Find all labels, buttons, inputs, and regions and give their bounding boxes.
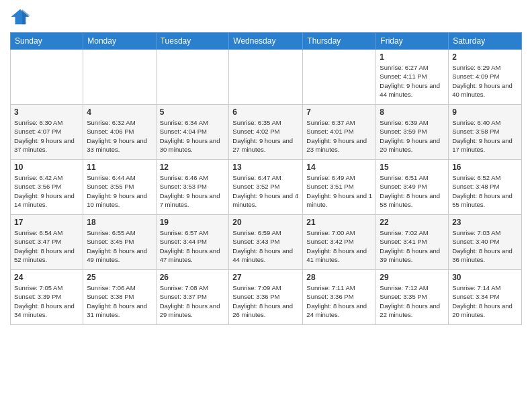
day-number: 23: [452, 218, 518, 227]
day-info: Sunrise: 6:57 AM Sunset: 3:44 PM Dayligh…: [160, 228, 226, 264]
calendar-header-row: SundayMondayTuesdayWednesdayThursdayFrid…: [11, 33, 522, 50]
day-number: 20: [232, 218, 299, 227]
day-number: 21: [306, 218, 372, 227]
day-info: Sunrise: 7:14 AM Sunset: 3:34 PM Dayligh…: [452, 283, 518, 319]
calendar-cell: 8Sunrise: 6:39 AM Sunset: 3:59 PM Daylig…: [376, 105, 449, 160]
day-info: Sunrise: 6:34 AM Sunset: 4:04 PM Dayligh…: [160, 118, 226, 154]
col-header-thursday: Thursday: [303, 33, 376, 50]
day-info: Sunrise: 7:05 AM Sunset: 3:39 PM Dayligh…: [14, 283, 79, 319]
day-number: 14: [306, 163, 372, 172]
day-number: 25: [87, 273, 152, 282]
day-info: Sunrise: 6:55 AM Sunset: 3:45 PM Dayligh…: [87, 228, 152, 264]
day-info: Sunrise: 7:08 AM Sunset: 3:37 PM Dayligh…: [160, 283, 226, 319]
calendar-cell: 30Sunrise: 7:14 AM Sunset: 3:34 PM Dayli…: [449, 270, 522, 325]
day-number: 5: [160, 107, 226, 117]
page: SundayMondayTuesdayWednesdayThursdayFrid…: [0, 0, 532, 411]
calendar-cell: 10Sunrise: 6:42 AM Sunset: 3:56 PM Dayli…: [11, 160, 83, 215]
day-info: Sunrise: 6:27 AM Sunset: 4:11 PM Dayligh…: [380, 63, 445, 99]
day-info: Sunrise: 6:37 AM Sunset: 4:01 PM Dayligh…: [306, 118, 372, 154]
calendar-week-5: 24Sunrise: 7:05 AM Sunset: 3:39 PM Dayli…: [11, 270, 522, 325]
day-info: Sunrise: 6:39 AM Sunset: 3:59 PM Dayligh…: [380, 118, 445, 154]
calendar-cell: [11, 50, 83, 105]
calendar-cell: [83, 50, 156, 105]
day-number: 8: [380, 107, 445, 117]
day-info: Sunrise: 6:42 AM Sunset: 3:56 PM Dayligh…: [14, 173, 79, 209]
logo-icon: [10, 7, 30, 27]
day-info: Sunrise: 6:54 AM Sunset: 3:47 PM Dayligh…: [14, 228, 79, 264]
calendar-cell: [229, 50, 303, 105]
day-number: 22: [380, 218, 445, 227]
calendar-cell: [156, 50, 229, 105]
calendar-week-3: 10Sunrise: 6:42 AM Sunset: 3:56 PM Dayli…: [11, 160, 522, 215]
day-info: Sunrise: 6:47 AM Sunset: 3:52 PM Dayligh…: [232, 173, 299, 209]
day-number: 24: [14, 273, 79, 282]
day-info: Sunrise: 7:11 AM Sunset: 3:36 PM Dayligh…: [306, 283, 372, 319]
calendar-cell: 4Sunrise: 6:32 AM Sunset: 4:06 PM Daylig…: [83, 105, 156, 160]
day-number: 26: [160, 273, 226, 282]
col-header-wednesday: Wednesday: [229, 33, 303, 50]
day-number: 3: [14, 107, 79, 117]
day-number: 12: [160, 163, 226, 172]
logo: [10, 7, 33, 27]
calendar-cell: [303, 50, 376, 105]
calendar-cell: 28Sunrise: 7:11 AM Sunset: 3:36 PM Dayli…: [303, 270, 376, 325]
calendar-cell: 26Sunrise: 7:08 AM Sunset: 3:37 PM Dayli…: [156, 270, 229, 325]
day-number: 13: [232, 163, 299, 172]
day-number: 6: [232, 107, 299, 117]
day-info: Sunrise: 7:09 AM Sunset: 3:36 PM Dayligh…: [232, 283, 299, 319]
day-info: Sunrise: 7:02 AM Sunset: 3:41 PM Dayligh…: [380, 228, 445, 264]
calendar-cell: 23Sunrise: 7:03 AM Sunset: 3:40 PM Dayli…: [449, 215, 522, 270]
day-info: Sunrise: 7:12 AM Sunset: 3:35 PM Dayligh…: [380, 283, 445, 319]
day-number: 10: [14, 163, 79, 172]
day-number: 16: [452, 163, 518, 172]
day-info: Sunrise: 6:30 AM Sunset: 4:07 PM Dayligh…: [14, 118, 79, 154]
day-number: 7: [306, 107, 372, 117]
calendar-cell: 14Sunrise: 6:49 AM Sunset: 3:51 PM Dayli…: [303, 160, 376, 215]
day-number: 18: [87, 218, 152, 227]
day-info: Sunrise: 6:51 AM Sunset: 3:49 PM Dayligh…: [380, 173, 445, 209]
calendar-cell: 12Sunrise: 6:46 AM Sunset: 3:53 PM Dayli…: [156, 160, 229, 215]
day-info: Sunrise: 7:00 AM Sunset: 3:42 PM Dayligh…: [306, 228, 372, 264]
calendar-cell: 11Sunrise: 6:44 AM Sunset: 3:55 PM Dayli…: [83, 160, 156, 215]
calendar-cell: 22Sunrise: 7:02 AM Sunset: 3:41 PM Dayli…: [376, 215, 449, 270]
calendar-week-2: 3Sunrise: 6:30 AM Sunset: 4:07 PM Daylig…: [11, 105, 522, 160]
day-number: 9: [452, 107, 518, 117]
calendar-cell: 20Sunrise: 6:59 AM Sunset: 3:43 PM Dayli…: [229, 215, 303, 270]
calendar-cell: 1Sunrise: 6:27 AM Sunset: 4:11 PM Daylig…: [376, 50, 449, 105]
day-info: Sunrise: 6:59 AM Sunset: 3:43 PM Dayligh…: [232, 228, 299, 264]
header: [10, 7, 522, 27]
col-header-friday: Friday: [376, 33, 449, 50]
day-info: Sunrise: 6:44 AM Sunset: 3:55 PM Dayligh…: [87, 173, 152, 209]
calendar-week-4: 17Sunrise: 6:54 AM Sunset: 3:47 PM Dayli…: [11, 215, 522, 270]
calendar-cell: 24Sunrise: 7:05 AM Sunset: 3:39 PM Dayli…: [11, 270, 83, 325]
day-number: 2: [452, 52, 518, 62]
day-info: Sunrise: 6:40 AM Sunset: 3:58 PM Dayligh…: [452, 118, 518, 154]
col-header-saturday: Saturday: [449, 33, 522, 50]
calendar-cell: 9Sunrise: 6:40 AM Sunset: 3:58 PM Daylig…: [449, 105, 522, 160]
calendar-cell: 29Sunrise: 7:12 AM Sunset: 3:35 PM Dayli…: [376, 270, 449, 325]
day-info: Sunrise: 6:49 AM Sunset: 3:51 PM Dayligh…: [306, 173, 372, 209]
calendar-cell: 13Sunrise: 6:47 AM Sunset: 3:52 PM Dayli…: [229, 160, 303, 215]
col-header-monday: Monday: [83, 33, 156, 50]
calendar-cell: 25Sunrise: 7:06 AM Sunset: 3:38 PM Dayli…: [83, 270, 156, 325]
calendar-cell: 19Sunrise: 6:57 AM Sunset: 3:44 PM Dayli…: [156, 215, 229, 270]
day-number: 1: [380, 52, 445, 62]
calendar-cell: 3Sunrise: 6:30 AM Sunset: 4:07 PM Daylig…: [11, 105, 83, 160]
calendar-cell: 16Sunrise: 6:52 AM Sunset: 3:48 PM Dayli…: [449, 160, 522, 215]
calendar-cell: 17Sunrise: 6:54 AM Sunset: 3:47 PM Dayli…: [11, 215, 83, 270]
day-number: 17: [14, 218, 79, 227]
day-number: 28: [306, 273, 372, 282]
day-info: Sunrise: 6:35 AM Sunset: 4:02 PM Dayligh…: [232, 118, 299, 154]
svg-marker-0: [11, 9, 30, 25]
calendar-cell: 2Sunrise: 6:29 AM Sunset: 4:09 PM Daylig…: [449, 50, 522, 105]
col-header-tuesday: Tuesday: [156, 33, 229, 50]
calendar-cell: 6Sunrise: 6:35 AM Sunset: 4:02 PM Daylig…: [229, 105, 303, 160]
calendar-week-1: 1Sunrise: 6:27 AM Sunset: 4:11 PM Daylig…: [11, 50, 522, 105]
calendar-cell: 5Sunrise: 6:34 AM Sunset: 4:04 PM Daylig…: [156, 105, 229, 160]
day-number: 15: [380, 163, 445, 172]
day-number: 30: [452, 273, 518, 282]
day-info: Sunrise: 6:32 AM Sunset: 4:06 PM Dayligh…: [87, 118, 152, 154]
col-header-sunday: Sunday: [11, 33, 83, 50]
day-number: 29: [380, 273, 445, 282]
day-info: Sunrise: 7:06 AM Sunset: 3:38 PM Dayligh…: [87, 283, 152, 319]
